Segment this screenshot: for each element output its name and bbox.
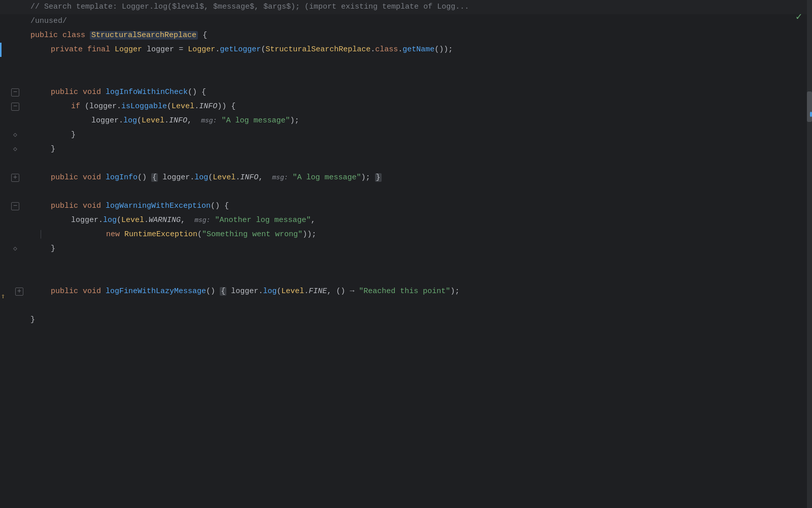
line-content-6: [30, 71, 812, 85]
line-content-5: [30, 57, 812, 71]
line-content-21: public void logFineWithLazyMessage() { l…: [30, 284, 812, 299]
fold-icon-18[interactable]: [11, 245, 19, 253]
line-content-3: public class StructuralSearchReplace {: [30, 28, 812, 43]
code-line-14: [0, 185, 812, 199]
code-line-5: [0, 57, 812, 71]
code-line-10: }: [0, 128, 812, 142]
fold-icon-21[interactable]: [15, 288, 23, 296]
code-line-18: }: [0, 242, 812, 256]
code-line-11: }: [0, 142, 812, 156]
code-line-12: [0, 156, 812, 171]
scrollbar-right[interactable]: [807, 0, 812, 508]
line-content-15: public void logWarningWithException() {: [30, 199, 812, 213]
scrollbar-thumb[interactable]: [807, 91, 812, 122]
line-content-22: [30, 299, 812, 313]
line-content-17: │new RuntimeException("Something went wr…: [30, 228, 812, 242]
line-content-12: [30, 156, 812, 171]
gutter-11: [0, 145, 30, 153]
code-editor: // Search template: Logger.log($level$, …: [0, 0, 812, 508]
code-line-22: [0, 299, 812, 313]
line-content-11: }: [30, 142, 812, 156]
code-line-2: /unused/: [0, 14, 812, 28]
code-line-21: ⇧ public void logFineWithLazyMessage() {…: [0, 284, 812, 299]
line-content-18: }: [30, 242, 812, 256]
line-content-19: [30, 256, 812, 270]
code-line-1: // Search template: Logger.log($level$, …: [0, 0, 812, 14]
code-line-6: [0, 71, 812, 85]
fold-icon-11[interactable]: [11, 145, 19, 153]
scroll-position-indicator: [810, 112, 812, 117]
gutter-15: [0, 202, 30, 210]
fold-icon-13[interactable]: [11, 174, 19, 182]
line-content-23: }: [30, 313, 812, 327]
gutter-13: [0, 174, 30, 182]
fold-icon-8[interactable]: [11, 103, 19, 111]
line-content-1: // Search template: Logger.log($level$, …: [30, 0, 812, 14]
line-content-16: logger.log(Level.WARNING, msg: "Another …: [30, 213, 812, 228]
code-line-7: public void logInfoWithinCheck() {: [0, 85, 812, 100]
fold-icon-7[interactable]: [11, 88, 19, 97]
fold-icon-10[interactable]: [11, 131, 19, 139]
line-content-8: if (logger.isLoggable(Level.INFO)) {: [30, 100, 812, 114]
line-content-13: public void logInfo() { logger.log(Level…: [30, 171, 812, 185]
code-line-13: public void logInfo() { logger.log(Level…: [0, 171, 812, 185]
line-marker-4: [0, 43, 2, 57]
gutter-8: [0, 103, 30, 111]
code-line-23: }: [0, 313, 812, 327]
line-content-2: /unused/: [30, 14, 812, 28]
line-content-9: logger.log(Level.INFO, msg: "A log messa…: [30, 114, 812, 128]
checkmark-icon: ✓: [796, 10, 802, 23]
fold-icon-15[interactable]: [11, 202, 19, 210]
code-line-15: public void logWarningWithException() {: [0, 199, 812, 213]
line-content-10: }: [30, 128, 812, 142]
code-line-17: │new RuntimeException("Something went wr…: [0, 228, 812, 242]
line-content-4: private final Logger logger = Logger.get…: [30, 43, 812, 57]
gutter-7: [0, 88, 30, 97]
gutter-18: [0, 245, 30, 253]
code-line-16: logger.log(Level.WARNING, msg: "Another …: [0, 213, 812, 228]
code-line-3: public class StructuralSearchReplace {: [0, 28, 812, 43]
code-content-area[interactable]: // Search template: Logger.log($level$, …: [0, 0, 812, 327]
line-content-7: public void logInfoWithinCheck() {: [30, 85, 812, 100]
code-line-4: private final Logger logger = Logger.get…: [0, 43, 812, 57]
code-line-19: [0, 256, 812, 270]
code-line-9: logger.log(Level.INFO, msg: "A log messa…: [0, 114, 812, 128]
gutter-10: [0, 131, 30, 139]
line-content-20: [30, 270, 812, 284]
gutter-21: ⇧: [0, 288, 30, 296]
code-line-8: if (logger.isLoggable(Level.INFO)) {: [0, 100, 812, 114]
code-line-20: [0, 270, 812, 284]
line-content-14: [30, 185, 812, 199]
